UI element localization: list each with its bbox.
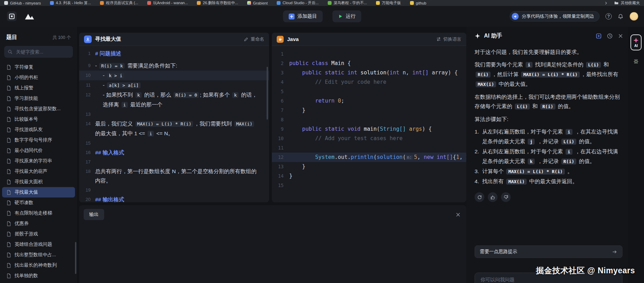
inline-code: MAX(i) (506, 179, 527, 185)
sidebar-item-problem[interactable]: 学习新技能 (2, 93, 75, 104)
code-token: solution (360, 70, 386, 76)
app-header: 添加题目 运行 分享代码练习体验，领限量定制周边 ? (0, 6, 644, 27)
sidebar-item-problem[interactable]: 找出整型数组中占... (2, 250, 75, 260)
document-icon (6, 252, 11, 258)
bookmark-item[interactable]: GitHub - nimyears (4, 1, 41, 5)
problem-name: 数字字母句号排序 (15, 137, 52, 143)
code-text: } (289, 171, 466, 181)
problem-count: 共 100 个 (52, 35, 71, 41)
problem-list: 字符修复小明的书柜线上报警学习新技能寻找包含斐波那契数...比较版本号寻找游戏队… (0, 61, 77, 283)
rename-button[interactable]: 重命名 (244, 36, 264, 42)
avatar[interactable] (629, 12, 638, 21)
thumbs-up-button[interactable] (488, 192, 497, 202)
bookmark-item[interactable]: 玩Android - wanan... (147, 0, 188, 6)
run-button[interactable]: 运行 (332, 10, 361, 22)
ai-step: 3.计算每个 MAX(i) = L(i) * R(i) 。 (475, 167, 623, 176)
search-box[interactable] (4, 46, 73, 58)
regenerate-button[interactable] (475, 192, 484, 202)
ai-extension-badge[interactable]: AI (630, 34, 642, 50)
line-number: 15 (272, 181, 289, 190)
sidebar-item-problem[interactable]: 英雄组合游戏问题 (2, 239, 75, 250)
code-line: 6 return 0; (272, 96, 466, 106)
promo-banner[interactable]: 分享代码练习体验，领限量定制周边 (510, 11, 600, 22)
code-token: main (364, 126, 377, 132)
new-conversation-icon[interactable] (596, 33, 602, 39)
app-logo-icon[interactable] (7, 11, 17, 21)
bookmark-item[interactable]: Grabient (247, 1, 268, 5)
code-text (289, 143, 466, 153)
header-right: 分享代码练习体验，领限量定制周边 ? (510, 11, 638, 22)
bookmark-favicon (376, 1, 380, 5)
sidebar-item-problem[interactable]: 优惠券 (2, 218, 75, 229)
output-tab[interactable]: 输出 (84, 209, 104, 220)
history-icon[interactable] (607, 33, 613, 39)
code-token (289, 126, 302, 132)
help-icon[interactable]: ? (605, 13, 612, 19)
markdown-line: 13 (79, 110, 269, 119)
sidebar-item-problem[interactable]: 找单独的数 (2, 270, 75, 281)
brand-mountains-logo[interactable] (24, 13, 35, 20)
search-input[interactable] (15, 49, 69, 55)
sidebar-item-problem[interactable]: 寻找最大值 (2, 187, 75, 197)
sidebar-item-problem[interactable]: 小明的书柜 (2, 72, 75, 83)
sidebar-item-problem[interactable]: 比较版本号 (2, 114, 75, 124)
other-bookmarks[interactable]: 其他收藏夹 (614, 0, 640, 6)
document-icon (6, 221, 11, 226)
problem-scrollbar[interactable] (267, 67, 268, 120)
ai-step: 1.从左到右遍历数组，对于每个元素 i ，在其左边寻找满足条件的最大元素 j ，… (475, 127, 623, 146)
sidebar-item-problem[interactable]: 最小趋同代价 (2, 145, 75, 156)
bookmark-item[interactable]: Cloud Studio - 开后... (277, 0, 319, 6)
switch-language-button[interactable]: 切换语言 (436, 36, 461, 42)
document-icon (6, 117, 11, 122)
ai-input-box[interactable] (475, 273, 622, 283)
ai-close-icon[interactable] (618, 33, 623, 39)
sidebar-item-problem[interactable]: 硬币凑数 (2, 197, 75, 208)
step-text: 从右到左遍历数组，对于每个元素 i ，在其右边寻找满足条件的最大元素 k ，并记… (482, 147, 623, 166)
sidebar-item-problem[interactable]: 寻找最大的葫芦 (2, 166, 75, 177)
sidebar-item-problem[interactable]: 数字字母句号排序 (2, 135, 75, 145)
document-icon (6, 190, 11, 195)
document-icon (6, 138, 11, 143)
sidebar-item-problem[interactable]: 寻找包含斐波那契数... (2, 104, 75, 114)
code-token: ; (341, 98, 344, 104)
problem-name: 找单独的数 (15, 273, 38, 279)
editor-body[interactable]: 12public class Main {3 public static int… (272, 46, 466, 202)
thumbs-down-button[interactable] (501, 192, 511, 202)
output-close-icon[interactable] (455, 212, 461, 217)
rename-label: 重命名 (251, 36, 264, 42)
sidebar-item-problem[interactable]: 摇骰子游戏 (2, 229, 75, 239)
ai-step: 4.找出所有 MAX(i) 中的最大值并返回。 (475, 177, 623, 186)
bookmark-item[interactable]: 26.删除有序数组中... (197, 0, 238, 6)
sidebar-item-problem[interactable]: 找出最长的神奇数列 (2, 260, 75, 270)
panels-row: 寻找最大值 重命名 1# 问题描述9- R(i) = k 需要满足的条件如下:1… (79, 33, 466, 202)
sidebar-item-problem[interactable]: 字符修复 (2, 62, 75, 72)
problem-body[interactable]: 1# 问题描述9- R(i) = k 需要满足的条件如下:10- k > i11… (79, 46, 269, 202)
notifications-bell-icon[interactable] (618, 14, 624, 19)
bug-icon[interactable] (633, 58, 639, 64)
bookmark-item[interactable]: github (410, 1, 426, 5)
bookmark-item[interactable]: 菜鸟教程 - 学的不... (328, 0, 367, 6)
problem-name: 有点限制地走楼梯 (15, 210, 52, 216)
bookmarks-overflow-chevron-icon[interactable] (604, 1, 608, 5)
ai-question-input[interactable] (480, 276, 617, 283)
bookmark-item[interactable]: 4.3. 列表 - Hello 算... (50, 0, 91, 6)
sidebar-item-problem[interactable]: 寻找游戏队友 (2, 124, 75, 135)
promo-text: 分享代码练习体验，领限量定制周边 (522, 13, 594, 19)
sidebar-item-problem[interactable]: 有点限制地走楼梯 (2, 208, 75, 218)
code-token: , (417, 154, 424, 160)
pencil-icon (244, 37, 249, 42)
inline-code: R(i) (540, 104, 555, 110)
hint-suggestion-pill[interactable]: 需要一点思路提示 (475, 245, 622, 258)
line-number: 13 (272, 162, 289, 171)
sidebar-item-problem[interactable]: 线上报警 (2, 83, 75, 93)
add-problem-button[interactable]: 添加题目 (283, 10, 323, 22)
code-token (289, 135, 315, 142)
code-token: n, (399, 70, 412, 76)
line-number: 3 (272, 68, 289, 78)
bookmark-item[interactable]: 万能电子版 (376, 0, 401, 6)
sidebar-item-problem[interactable]: 寻找最大面积 (2, 177, 75, 187)
sidebar-scrollbar[interactable] (75, 242, 76, 274)
bookmark-item[interactable]: 程序员面试宝典 (... (100, 0, 138, 6)
problem-name: 寻找最大值 (15, 189, 38, 195)
sidebar-item-problem[interactable]: 寻找原来的字符串 (2, 156, 75, 166)
